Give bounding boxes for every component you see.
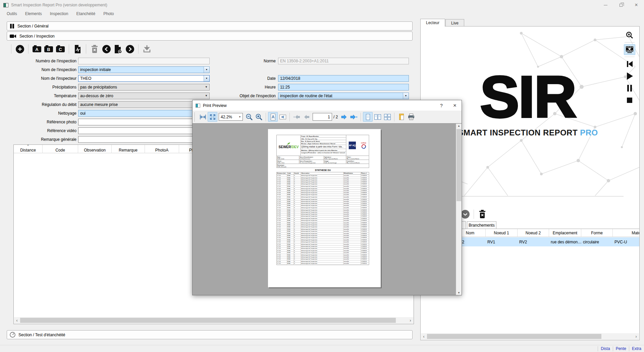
column-header-code[interactable]: Code xyxy=(43,145,78,153)
référence-photo-input[interactable] xyxy=(78,119,210,125)
page-setup-button[interactable] xyxy=(396,112,406,122)
tab-lecteur[interactable]: Lecteur xyxy=(420,19,445,26)
portrait-button[interactable]: A xyxy=(268,112,278,122)
branch-column-noeud-1[interactable]: Noeud 1 xyxy=(486,229,518,237)
pause-button[interactable] xyxy=(624,83,635,94)
panel-hscrollbar[interactable]: ‹ › xyxy=(421,333,639,340)
nom-de-l-inspection-combo[interactable]: inspection initiale▼ xyxy=(78,66,210,73)
branch-cell[interactable]: RV2 xyxy=(518,237,549,246)
branch-cell[interactable]: PVC-U xyxy=(613,237,639,246)
add-inspection-button[interactable] xyxy=(15,44,25,54)
video-camera-icon xyxy=(10,34,16,39)
nettoyage-input[interactable]: oui xyxy=(78,110,210,117)
zoom-in-button[interactable] xyxy=(254,112,264,122)
report-graph-button[interactable] xyxy=(72,44,83,54)
fit-width-button[interactable] xyxy=(198,112,208,122)
heure-input[interactable]: 11:25 xyxy=(278,84,409,91)
observations-hscrollbar[interactable]: ‹ › xyxy=(14,317,413,324)
référence-vidéo-input[interactable] xyxy=(78,127,210,134)
fit-page-button[interactable] xyxy=(208,112,217,122)
camera-b-button[interactable]: B xyxy=(44,44,54,54)
skip-start-button[interactable] xyxy=(624,59,635,69)
delete-button[interactable] xyxy=(90,44,100,54)
régulation-du-débit-combo[interactable]: aucune mesure prise▼ xyxy=(78,101,210,108)
last-page-button[interactable] xyxy=(349,112,359,122)
branch-column-matériau[interactable]: Matériau xyxy=(613,229,639,237)
column-header-remarque[interactable]: Remarque xyxy=(112,145,145,153)
multi-page-view-button[interactable] xyxy=(382,112,392,122)
save-video-button[interactable] xyxy=(624,44,635,55)
scroll-right-arrow[interactable]: › xyxy=(408,317,413,324)
delete-branchement-button[interactable] xyxy=(477,209,487,219)
menu-etanchéité[interactable]: Etanchéité xyxy=(72,11,99,16)
branch-cell[interactable]: circulaire xyxy=(581,237,613,246)
branch-column-emplacement[interactable]: Emplacement xyxy=(549,229,581,237)
branch-cell[interactable]: RV1 xyxy=(486,237,518,246)
next-button[interactable] xyxy=(125,44,135,54)
toolbar-handle[interactable] xyxy=(194,113,196,121)
zoom-out-button[interactable] xyxy=(244,112,254,122)
dialog-title-bar[interactable]: Print Preview ? × xyxy=(193,100,462,111)
vscroll-thumb[interactable] xyxy=(457,129,461,201)
hscroll-thumb[interactable] xyxy=(20,318,396,323)
zoom-reset-button[interactable] xyxy=(624,30,635,41)
landscape-button[interactable]: A xyxy=(278,112,287,122)
date-input[interactable]: 12/04/2018 xyxy=(278,75,409,82)
menu-photo[interactable]: Photo xyxy=(99,11,118,16)
section-etancheite-bar[interactable]: Section / Test d'étanchéité xyxy=(7,330,413,339)
next-page-button[interactable] xyxy=(339,112,349,122)
column-header-observation[interactable]: Observation xyxy=(78,145,112,153)
column-header-distance[interactable]: Distance^ xyxy=(14,145,43,153)
nom-de-l-inspecteur-combo[interactable]: THEO▼ xyxy=(78,75,210,82)
combo-dropdown-icon[interactable]: ▼ xyxy=(403,93,409,99)
menu-inspection[interactable]: Inspection xyxy=(46,11,72,16)
remarque-générale-input[interactable] xyxy=(78,136,210,143)
page-number-input[interactable] xyxy=(313,113,332,121)
dialog-help-button[interactable]: ? xyxy=(435,100,448,111)
doc-td: 5 xyxy=(294,185,301,187)
section-general-bar[interactable]: Section / Général xyxy=(7,21,413,31)
preview-vscrollbar[interactable]: ▲ ▼ xyxy=(456,124,462,295)
hscroll-thumb[interactable] xyxy=(427,334,601,339)
play-button[interactable] xyxy=(624,71,635,81)
new-document-button[interactable] xyxy=(113,44,123,54)
export-button[interactable] xyxy=(142,44,152,54)
combo-dropdown-icon[interactable]: ▼ xyxy=(204,67,209,73)
scroll-left-arrow[interactable]: ‹ xyxy=(421,333,427,340)
stop-button[interactable] xyxy=(624,95,635,106)
column-header-photoa[interactable]: PhotoA xyxy=(145,145,179,153)
scroll-down-arrow[interactable]: ▼ xyxy=(456,291,462,294)
section-inspection-bar[interactable]: Section / Inspection xyxy=(7,32,413,41)
menu-elements[interactable]: Elements xyxy=(21,11,46,16)
branch-cell[interactable]: rue des démon… xyxy=(549,237,581,246)
précipitations-combo[interactable]: pas de précipitations▼ xyxy=(78,84,210,91)
two-page-view-button[interactable] xyxy=(373,112,382,122)
tab-branchements[interactable]: Branchements xyxy=(467,221,496,229)
scroll-right-arrow[interactable]: › xyxy=(633,333,639,340)
menu-outils[interactable]: Outils xyxy=(3,11,21,16)
température-combo[interactable]: au-dessus de zéro▼ xyxy=(78,93,210,99)
previous-button[interactable] xyxy=(101,44,111,54)
close-button[interactable]: × xyxy=(629,0,644,10)
doc-td: nouvelle xyxy=(343,192,361,194)
single-page-view-button[interactable] xyxy=(363,112,373,122)
branchement-row-selected[interactable]: RV2RV1RV2rue des démon…circulairePVC-U xyxy=(455,237,639,246)
dialog-close-button[interactable]: × xyxy=(448,100,462,111)
scroll-left-arrow[interactable]: ‹ xyxy=(14,317,20,324)
zoom-level-combo[interactable]: 42.2% ▼ xyxy=(219,113,243,121)
camera-a-button[interactable]: A xyxy=(32,44,42,54)
tab-live[interactable]: Live xyxy=(445,19,464,26)
scroll-up-arrow[interactable]: ▲ xyxy=(456,124,462,127)
pipe-icon xyxy=(10,23,14,29)
previous-page-button[interactable] xyxy=(302,112,311,122)
multi-page-view-icon xyxy=(384,114,391,120)
branch-column-noeud-2[interactable]: Noeud 2 xyxy=(518,229,549,237)
camera-c-button[interactable]: C xyxy=(55,44,65,54)
first-page-button[interactable] xyxy=(292,112,302,122)
branch-column-forme[interactable]: Forme xyxy=(581,229,613,237)
window-title: Smart Inspection Report Pro (version dev… xyxy=(11,3,107,7)
minimize-button[interactable] xyxy=(598,0,613,10)
restore-button[interactable] xyxy=(613,0,629,10)
print-button[interactable] xyxy=(406,112,416,122)
objet-de-l-inspection-combo[interactable]: inspection de routine de l'état▼ xyxy=(278,93,409,99)
